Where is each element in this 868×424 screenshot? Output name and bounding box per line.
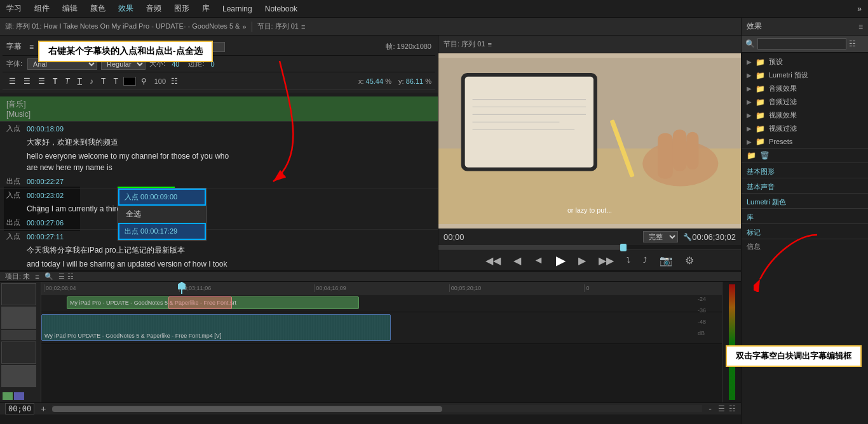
section-library: 库 (742, 208, 868, 223)
effect-group-video-filter[interactable]: ▶ 📁 视频过滤 (742, 122, 868, 135)
italic-btn[interactable]: T (62, 76, 72, 87)
video-frame: or lazy to put... (438, 53, 741, 229)
menu-more-icon[interactable]: » (857, 4, 862, 13)
subtitle-menu-icon[interactable]: ≡ (29, 43, 34, 51)
grid-icon[interactable]: ☷ (67, 272, 74, 281)
delete-icon[interactable]: 🗑️ (760, 151, 770, 160)
insert-btn[interactable]: ⤵ (623, 255, 634, 266)
context-menu-in-point: 入点 00:00:09:00 (118, 189, 206, 206)
menu-item-components[interactable]: 组件 (34, 3, 50, 14)
effect-group-label-video-filter: 视频过滤 (769, 124, 797, 133)
effect-group-lumetri[interactable]: ▶ 📁 Lumetri 预设 (742, 69, 868, 82)
effects-menu-icon[interactable]: ≡ (858, 22, 863, 31)
go-end-btn[interactable]: ▶▶ (595, 253, 618, 268)
effect-group-video-fx[interactable]: ▶ 📁 视频效果 (742, 109, 868, 122)
menu-item-graphics[interactable]: 图形 (174, 3, 189, 14)
full-timecode: 00:06;30;02 (692, 232, 736, 242)
thumb-2[interactable] (1, 341, 36, 364)
menu-item-edit[interactable]: 编辑 (62, 3, 78, 14)
pos-x-value: 45.44 (366, 77, 384, 85)
effect-group-audio-fx[interactable]: ▶ 📁 音频效果 (742, 82, 868, 95)
effect-group-presets[interactable]: ▶ 📁 预设 (742, 55, 868, 69)
program-menu-icon[interactable]: ≡ (301, 23, 305, 30)
tl-zoom-in[interactable]: + (38, 403, 48, 414)
wrench-icon[interactable]: 🔧 (683, 233, 692, 241)
menu-item-notebook[interactable]: Notebook (265, 4, 297, 13)
subtitle-text-zh-2: 今天我将分享我在iPad pro上记笔记的最新版本 (0, 243, 438, 257)
step-back-btn[interactable]: ◀ (510, 253, 525, 268)
underline-btn[interactable]: T (75, 76, 85, 87)
video-clip-bar[interactable]: Wy iPad Pro UPDATE - GoodNotes 5 & Paper… (41, 314, 391, 341)
align-center-btn[interactable]: ☰ (21, 76, 33, 87)
grid-view-icon[interactable]: ☷ (849, 39, 856, 48)
context-menu-out-point: 出点 00:00:17:29 (118, 223, 206, 240)
frame-info: 帧: 1920x1080 (386, 42, 431, 51)
menu-item-audio[interactable]: 音频 (146, 3, 161, 14)
program-monitor-menu[interactable]: ≡ (487, 41, 491, 48)
tl-icon-1[interactable]: ☰ (718, 404, 725, 413)
selected-clip-highlight[interactable] (168, 296, 232, 309)
menu-item-learn[interactable]: 学习 (6, 3, 22, 14)
music-note-btn[interactable]: ♪ (87, 76, 96, 87)
align-left-btn[interactable]: ☰ (6, 76, 18, 87)
chevron-right-icon-presets-en: ▶ (747, 138, 752, 145)
source-more-btn[interactable]: » (242, 23, 246, 30)
effect-group-audio-filter[interactable]: ▶ 📁 音频过滤 (742, 95, 868, 109)
subtitle-item-music[interactable]: [音乐] [Music] (0, 93, 438, 122)
folder-icon-lumetri: 📁 (756, 71, 765, 80)
menu-item-effects[interactable]: 效果 (118, 3, 133, 14)
thumb-0[interactable] (1, 283, 36, 305)
effects-panel-header: 效果 ≡ (742, 18, 868, 36)
effects-search-input[interactable] (757, 38, 846, 50)
align-right-btn[interactable]: ☰ (36, 76, 48, 87)
menu-item-learning[interactable]: Learning (222, 4, 252, 13)
svg-rect-13 (686, 132, 698, 170)
out-label-0: 出点 (6, 176, 23, 186)
thumb-1[interactable] (1, 307, 36, 329)
menu-item-color[interactable]: 颜色 (90, 3, 105, 14)
subtitle-item-2[interactable]: 入点 00:00:27:11 今天我将分享我在iPad pro上记笔记的最新版本… (0, 230, 438, 270)
in-time-2: 00:00:27:11 (27, 233, 64, 241)
pos-y-label: y: (398, 77, 404, 85)
subtitle-text-en-0: hello everyone welcome to my channel for… (0, 149, 438, 175)
scrubber-bar[interactable] (438, 245, 741, 250)
audio-levels: -24 -36 -48 dB (696, 295, 722, 338)
play-btn[interactable]: ▶ (552, 251, 569, 269)
inpoint-row-2: 入点 00:00:27:11 (0, 230, 438, 243)
track-video: Wy iPad Pro UPDATE - GoodNotes 5 & Paper… (41, 312, 722, 344)
folder-icon-audio-filter: 📁 (756, 98, 765, 107)
folder-add-icon[interactable]: 📁 (747, 151, 756, 160)
effect-group-presets-en[interactable]: ▶ 📁 Presets (742, 135, 868, 148)
list-icon[interactable]: ☰ (58, 272, 65, 281)
context-menu-select-all[interactable]: 全选 (118, 206, 206, 223)
menu-item-library[interactable]: 库 (202, 3, 210, 14)
grid-btn[interactable]: ☷ (168, 76, 180, 87)
scrubber-thumb[interactable] (620, 244, 627, 251)
timeline-area: 项目: 未 ≡ 🔍 ☰ ☷ (0, 270, 741, 375)
eyedropper-btn[interactable]: ⚲ (139, 76, 149, 87)
search-icon-tl[interactable]: 🔍 (44, 272, 53, 281)
bold-btn[interactable]: T (50, 76, 60, 87)
tl-zoom-out[interactable]: - (706, 403, 714, 414)
camera-btn[interactable]: 📷 (656, 253, 676, 268)
subtitle-item-0[interactable]: 入点 00:00:18:09 大家好，欢迎来到我的频道 hello everyo… (0, 122, 438, 189)
color-swatch[interactable] (123, 77, 136, 86)
subtitle-list[interactable]: [音乐] [Music] 入点 00:00:18:09 大家好，欢迎来到我的频道… (0, 93, 438, 270)
text-t2-btn[interactable]: T (111, 76, 120, 87)
subtitle-item-1[interactable]: 入点 00:00:23:02 Chang I am currently a th… (0, 189, 438, 230)
timeline-scrollbar[interactable] (52, 406, 702, 412)
current-timecode: 00;00 (444, 232, 465, 242)
thumb-3[interactable] (1, 365, 36, 387)
step-fwd-btn[interactable]: ▶ (574, 253, 590, 268)
chevron-right-icon-lumetri: ▶ (747, 72, 752, 79)
project-menu-icon[interactable]: ≡ (35, 273, 39, 281)
tl-icon-2[interactable]: ☷ (729, 404, 736, 413)
format-row: ☰ ☰ ☰ T T T ♪ T T ⚲ 100 ☷ x: (3, 72, 435, 90)
play-back-btn[interactable]: ◄ (530, 253, 548, 267)
export-btn[interactable]: ⤴ (639, 255, 651, 266)
go-start-btn[interactable]: ◀◀ (482, 253, 505, 268)
timeline-content-area: 00;02;08;04 00;03;11;06 00;04;16;09 00;0… (0, 282, 741, 402)
zoom-select[interactable]: 完整 1/2 1/4 (643, 231, 678, 242)
text-t-btn[interactable]: T (98, 76, 108, 87)
settings-btn[interactable]: ⚙ (681, 253, 698, 268)
